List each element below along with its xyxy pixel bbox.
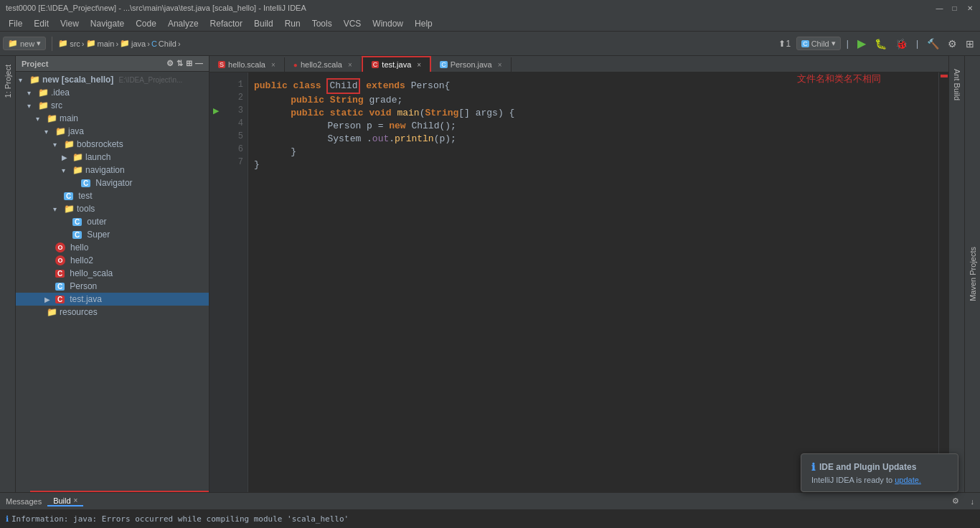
tree-item-idea[interactable]: ▾ 📁 .idea	[16, 86, 209, 99]
menu-help[interactable]: Help	[409, 17, 438, 30]
child-icon: C	[801, 40, 809, 47]
java-icon-super: C	[72, 231, 82, 239]
menu-tools[interactable]: Tools	[306, 17, 338, 30]
class-system: System	[327, 133, 367, 146]
tree-arrow-idea: ▾	[27, 89, 36, 97]
menu-vcs[interactable]: VCS	[338, 17, 367, 30]
tree-item-tools[interactable]: ▾ 📁 tools	[16, 202, 209, 215]
menu-code[interactable]: Code	[130, 17, 162, 30]
breadcrumb-java[interactable]: java	[131, 39, 146, 48]
menu-edit[interactable]: Edit	[28, 17, 55, 30]
tree-item-outer[interactable]: ▾ C outer	[16, 215, 209, 228]
menu-refactor[interactable]: Refactor	[204, 17, 248, 30]
tree-label-root: new [scala_hello]	[42, 75, 113, 85]
tree-arrow-testjava: ▶	[44, 296, 53, 303]
tab-hello2-scala[interactable]: ● hello2.scala ×	[285, 57, 362, 72]
close-btn[interactable]: ✕	[965, 4, 974, 13]
tab-close-test-java[interactable]: ×	[417, 61, 421, 69]
tree-label-navigation: navigation	[85, 165, 125, 175]
tab-close-person-java[interactable]: ×	[498, 61, 502, 69]
tree-item-java[interactable]: ▾ 📁 java	[16, 125, 209, 138]
build-tab-close[interactable]: ×	[74, 496, 78, 504]
export-btn[interactable]: ↓	[965, 497, 981, 506]
collapse-icon[interactable]: —	[195, 59, 203, 68]
child-dropdown[interactable]: C Child ▾	[796, 37, 841, 50]
tree-item-navigator[interactable]: ▾ C Navigator	[16, 176, 209, 189]
new-button[interactable]: 📁 new ▾	[3, 37, 46, 50]
tree-item-bobsrockets[interactable]: ▾ 📁 bobsrockets	[16, 138, 209, 151]
keyword-public-3: public	[291, 107, 330, 120]
settings-btn[interactable]: ⚙	[946, 496, 965, 506]
class-name-child: Child	[326, 78, 360, 94]
menu-file[interactable]: File	[3, 17, 28, 30]
menu-build[interactable]: Build	[248, 17, 279, 30]
class-name-person-1: Person	[411, 80, 445, 93]
breadcrumb-src[interactable]: src	[70, 39, 80, 48]
gear-icon[interactable]: ⚙	[166, 59, 174, 68]
tree-item-root[interactable]: ▾ 📁 new [scala_hello] E:\IDEA_Project\n.…	[16, 73, 209, 86]
tab-test-java[interactable]: C test.java ×	[362, 56, 431, 72]
tree-item-testjava[interactable]: ▶ C test.java	[16, 293, 209, 306]
tree-label-resources: resources	[60, 307, 98, 317]
menu-window[interactable]: Window	[367, 17, 409, 30]
tab-close-hello2-scala[interactable]: ×	[348, 61, 352, 69]
gutter-6	[209, 143, 222, 156]
ant-build-label[interactable]: Ant Build	[951, 63, 963, 106]
settings-icon[interactable]: ⚙	[945, 38, 960, 50]
run-button[interactable]: ▶	[854, 37, 869, 50]
project-title: Project	[22, 60, 48, 68]
tree-item-src[interactable]: ▾ 📁 src	[16, 99, 209, 112]
layout-icon[interactable]: ⊞	[963, 38, 977, 50]
ant-build-sidebar[interactable]: Ant Build	[948, 56, 964, 492]
tab-hello-scala[interactable]: S hello.scala ×	[209, 57, 285, 72]
dropdown-arrow-icon: ▾	[831, 39, 836, 48]
coverage-button[interactable]: 🐞	[892, 38, 910, 50]
tree-item-navigation[interactable]: ▾ 📁 navigation	[16, 164, 209, 176]
keyword-public-2: public	[291, 94, 330, 107]
tree-item-person[interactable]: ▾ C Person	[16, 280, 209, 293]
keyword-void: void	[369, 107, 397, 120]
tree-item-hello-scala[interactable]: ▾ C hello_scala	[16, 267, 209, 280]
update-icon[interactable]: ⬆1	[776, 39, 793, 49]
tree-item-hello[interactable]: ▾ O hello	[16, 241, 209, 254]
menu-view[interactable]: View	[55, 17, 85, 30]
expand-icon[interactable]: ⊞	[186, 59, 192, 68]
tab-build[interactable]: Build ×	[47, 496, 83, 506]
update-notification: ℹ IDE and Plugin Updates IntelliJ IDEA i…	[801, 453, 958, 492]
update-link[interactable]: update.	[895, 476, 921, 484]
code-content[interactable]: 文件名和类名不相同 public class Child extends Per…	[248, 72, 938, 492]
error-mark-1	[941, 75, 948, 77]
maven-label[interactable]: Maven Projects	[967, 241, 979, 307]
tree-item-resources[interactable]: ▾ 📁 resources	[16, 306, 209, 319]
messages-content[interactable]: ℹ Information: java: Errors occurred whi…	[0, 510, 980, 528]
tab-messages[interactable]: Messages	[0, 497, 47, 506]
minimize-btn[interactable]: —	[935, 4, 944, 13]
gutter-3[interactable]: ▶	[209, 104, 222, 117]
sort-icon[interactable]: ⇅	[176, 59, 183, 68]
tab-label-person-java: Person.java	[451, 60, 492, 69]
keyword-class: class	[293, 80, 327, 93]
tree-item-test-class[interactable]: ▾ C test	[16, 189, 209, 202]
maximize-btn[interactable]: □	[950, 4, 959, 13]
tree-item-super[interactable]: ▾ C Super	[16, 228, 209, 241]
child-label: Child	[811, 39, 829, 48]
sidebar-tab-project[interactable]: 1: Project	[1, 59, 14, 103]
tab-label-hello2-scala: hello2.scala	[301, 60, 342, 69]
breadcrumb-child[interactable]: Child	[159, 39, 176, 48]
tree-label-src: src	[51, 100, 62, 110]
tree-item-hello2[interactable]: ▾ O hello2	[16, 254, 209, 267]
folder-icon-tools: 📁	[64, 204, 75, 214]
maven-sidebar[interactable]: Maven Projects	[964, 56, 980, 492]
tree-item-launch[interactable]: ▶ 📁 launch	[16, 151, 209, 164]
build-button[interactable]: 🔨	[924, 38, 942, 50]
breadcrumb-main[interactable]: main	[98, 39, 115, 48]
tab-close-hello-scala[interactable]: ×	[271, 61, 275, 69]
menu-run[interactable]: Run	[279, 17, 306, 30]
breadcrumb: 📁 src › 📁 main › 📁 java › C Child ›	[58, 39, 180, 48]
tree-item-main[interactable]: ▾ 📁 main	[16, 112, 209, 125]
menu-navigate[interactable]: Navigate	[85, 17, 130, 30]
code-editor[interactable]: ▶ 1 2 3 4 5 6 7 文件名和类名不相同	[209, 72, 948, 492]
debug-button[interactable]: 🐛	[872, 38, 890, 50]
tab-person-java[interactable]: C Person.java ×	[431, 57, 511, 72]
menu-analyze[interactable]: Analyze	[162, 17, 204, 30]
